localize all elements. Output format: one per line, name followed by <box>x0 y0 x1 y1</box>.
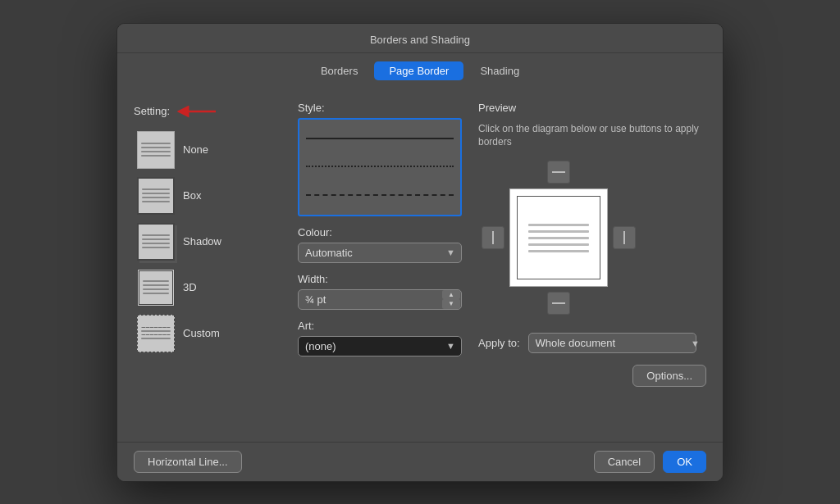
border-bottom-icon <box>552 302 565 304</box>
setting-item-custom[interactable]: Custom <box>134 313 281 354</box>
style-dotted-line[interactable] <box>306 166 454 167</box>
setting-icon-3d <box>137 269 175 306</box>
setting-item-shadow[interactable]: Shadow <box>134 221 281 262</box>
dialog-title: Borders and Shading <box>370 34 470 46</box>
style-box[interactable] <box>298 118 462 216</box>
border-bottom-button[interactable] <box>547 292 570 315</box>
red-arrow-icon <box>176 102 217 121</box>
preview-inner-border <box>517 196 600 279</box>
width-input[interactable] <box>298 289 462 310</box>
width-spinner-buttons: ▲ ▼ <box>442 290 460 309</box>
tab-borders[interactable]: Borders <box>306 61 373 80</box>
width-spinner-wrapper: ▲ ▼ <box>298 289 462 310</box>
style-dashed-line[interactable] <box>306 194 454 196</box>
main-content: Setting: <box>117 89 723 442</box>
setting-item-none[interactable]: None <box>134 129 281 170</box>
setting-panel: Setting: <box>134 102 281 429</box>
art-label: Art: <box>298 320 462 332</box>
options-button[interactable]: Options... <box>632 365 706 387</box>
preview-panel: Preview Click on the diagram below or us… <box>478 102 706 429</box>
setting-item-box[interactable]: Box <box>134 175 281 216</box>
dialog-footer: Horizontal Line... Cancel OK <box>117 442 723 481</box>
horizontal-line-button[interactable]: Horizontal Line... <box>134 451 242 473</box>
setting-icon-none <box>137 131 175 169</box>
setting-icon-shadow <box>137 223 175 261</box>
apply-to-label: Apply to: <box>478 337 520 349</box>
border-top-button[interactable] <box>547 161 570 184</box>
setting-label-text: Setting: <box>134 105 170 117</box>
art-select[interactable]: (none) <box>298 336 462 356</box>
setting-item-3d[interactable]: 3D <box>134 267 281 308</box>
setting-name-box: Box <box>183 189 201 202</box>
style-label: Style: <box>298 102 462 114</box>
colour-label: Colour: <box>298 226 462 238</box>
tab-shading[interactable]: Shading <box>465 61 534 80</box>
setting-label-row: Setting: <box>134 102 281 121</box>
preview-grid <box>478 157 706 318</box>
colour-section: Colour: Automatic Black White Red Blue ▼ <box>298 226 462 263</box>
colour-select[interactable]: Automatic Black White Red Blue <box>298 243 462 263</box>
tab-page-border[interactable]: Page Border <box>374 61 463 80</box>
footer-left: Horizontal Line... <box>134 451 242 473</box>
art-dropdown-wrapper: (none) ▼ <box>298 336 462 356</box>
setting-name-shadow: Shadow <box>183 235 221 247</box>
art-section: Art: (none) ▼ <box>298 320 462 356</box>
cancel-button[interactable]: Cancel <box>594 451 655 473</box>
apply-to-row: Apply to: Whole document This section Th… <box>478 333 706 353</box>
border-right-icon <box>623 231 625 244</box>
options-panel: Style: Colour: Automatic Black White Red <box>298 102 462 429</box>
setting-name-none: None <box>183 143 208 156</box>
setting-name-custom: Custom <box>183 327 220 339</box>
colour-dropdown-wrapper: Automatic Black White Red Blue ▼ <box>298 243 462 263</box>
preview-document[interactable] <box>509 188 608 287</box>
borders-and-shading-dialog: Borders and Shading Borders Page Border … <box>116 23 724 482</box>
footer-right: Cancel OK <box>594 451 706 473</box>
setting-icon-box <box>137 177 175 215</box>
dialog-title-bar: Borders and Shading <box>117 24 723 53</box>
width-label: Width: <box>298 273 462 285</box>
ok-button[interactable]: OK <box>663 451 706 473</box>
border-left-icon <box>492 231 494 244</box>
preview-description: Click on the diagram below or use button… <box>478 122 706 150</box>
width-increment-button[interactable]: ▲ <box>442 290 460 300</box>
setting-icon-custom <box>137 315 175 352</box>
width-section: Width: ▲ ▼ <box>298 273 462 310</box>
border-left-button[interactable] <box>482 226 504 249</box>
tab-bar: Borders Page Border Shading <box>117 53 723 89</box>
style-solid-line[interactable] <box>306 138 454 139</box>
preview-title: Preview <box>478 102 706 114</box>
border-top-icon <box>552 171 565 173</box>
width-decrement-button[interactable]: ▼ <box>442 299 460 309</box>
setting-name-3d: 3D <box>183 281 197 293</box>
apply-to-select[interactable]: Whole document This section This section… <box>528 333 696 353</box>
border-right-button[interactable] <box>613 226 636 249</box>
setting-items-list: None Box <box>134 129 281 354</box>
style-section: Style: <box>298 102 462 216</box>
